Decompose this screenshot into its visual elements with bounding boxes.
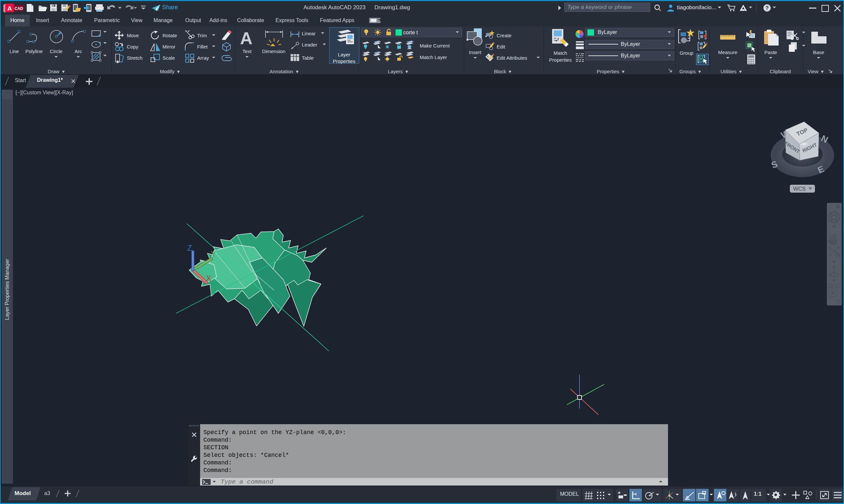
svg-text:?: ? (765, 5, 769, 11)
svg-text:Z: Z (187, 244, 192, 252)
svg-text:X: X (206, 274, 211, 283)
svg-text:WCS: WCS (793, 186, 805, 192)
svg-text:Y: Y (211, 249, 216, 258)
svg-text:A: A (7, 5, 12, 12)
svg-text:CAD: CAD (15, 6, 23, 11)
